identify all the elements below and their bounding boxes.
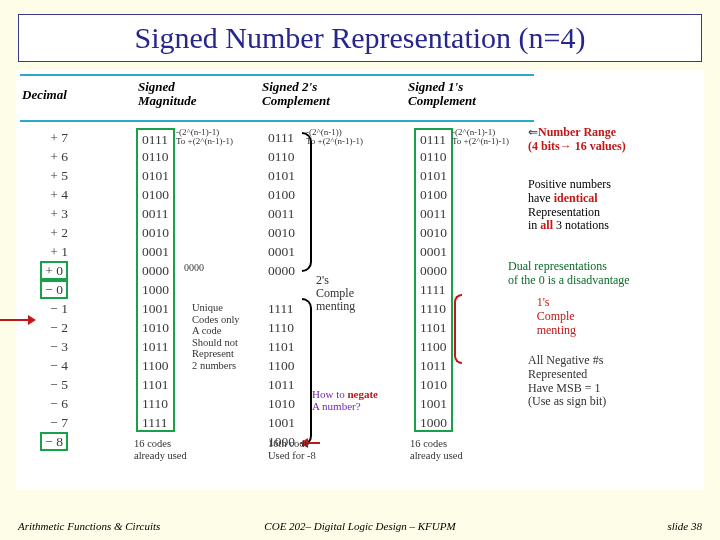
table-row: 1101 (268, 337, 295, 356)
table-row: 1101 (136, 375, 175, 394)
table-row: + 4 (26, 185, 68, 204)
table-row: 1111 (414, 280, 453, 299)
col-header-1c: Signed 1'sComplement (408, 80, 476, 109)
table-row (268, 280, 295, 299)
range-1c: -(2^(n-1)-1)To +(2^(n-1)-1) (452, 128, 509, 147)
table-row: − 7 (26, 413, 68, 432)
table-row: + 5 (26, 166, 68, 185)
annot-number-range: ⇐Number Range (4 bits→ 16 values) (528, 126, 698, 154)
table-row: 0010 (136, 223, 175, 242)
table-row: 1011 (414, 356, 453, 375)
table-row: 0001 (136, 242, 175, 261)
col-twos-complement: 0111011001010100001100100001000011111110… (268, 128, 295, 451)
note-2c-bottom: 16th code Used for -8 (268, 438, 316, 461)
range-2c: -(2^(n-1))To +(2^(n-1)-1) (306, 128, 363, 147)
table-row: 0111 (414, 128, 453, 147)
col-header-decimal: Decimal (22, 88, 67, 102)
table-row: 0000 (136, 261, 175, 280)
table-row: 0101 (414, 166, 453, 185)
annot-1s: 1's Comple menting (537, 296, 576, 337)
col-ones-complement: 0111011001010100001100100001000011111110… (414, 128, 453, 432)
table-row: 0101 (268, 166, 295, 185)
table-row: 0101 (136, 166, 175, 185)
col-signed-magnitude: 0111011001010100001100100001000010001001… (136, 128, 175, 432)
table-row: 1011 (136, 337, 175, 356)
brace-2c-top (302, 132, 312, 272)
header-row: Decimal SignedMagnitude Signed 2'sComple… (16, 76, 704, 120)
table-row: − 3 (26, 337, 68, 356)
table-row: 0001 (414, 242, 453, 261)
table-row: 0010 (268, 223, 295, 242)
table-row: 1111 (268, 299, 295, 318)
table-row: 0110 (136, 147, 175, 166)
annot-msb: All Negative #s Represented Have MSB = 1… (528, 354, 698, 409)
table-row: + 1 (26, 242, 68, 261)
table-row: 1100 (268, 356, 295, 375)
table-row: 0011 (268, 204, 295, 223)
brace-2c-bot (302, 298, 312, 446)
table-row: 1111 (136, 413, 175, 432)
header-rule-bot (20, 120, 534, 122)
note-negate: How to negateA number? (312, 388, 378, 412)
table-row: 1011 (268, 375, 295, 394)
col-header-signed-mag: SignedMagnitude (138, 80, 197, 109)
table-row: 1010 (414, 375, 453, 394)
note-1c-bottom: 16 codes already used (410, 438, 463, 461)
col-header-2c: Signed 2'sComplement (262, 80, 330, 109)
table-row: 0000 (268, 261, 295, 280)
sm-zero-label: 0000 (184, 263, 204, 274)
table-row: 1110 (414, 299, 453, 318)
table-row: 1100 (414, 337, 453, 356)
table-row: 1000 (136, 280, 175, 299)
table-row: 1000 (414, 413, 453, 432)
table-row: 0001 (268, 242, 295, 261)
annot-2s: 2's Comple menting (316, 274, 355, 314)
note-sm-bottom: 16 codes already used (134, 438, 187, 461)
table-row: + 6 (26, 147, 68, 166)
annot-positive: Positive numbers have identical Represen… (528, 178, 698, 233)
table-row: − 5 (26, 375, 68, 394)
table-row: + 7 (26, 128, 68, 147)
table-row: − 4 (26, 356, 68, 375)
table-row: 1110 (268, 318, 295, 337)
table-row: 1101 (414, 318, 453, 337)
table-row: 1001 (414, 394, 453, 413)
table-row: 0010 (414, 223, 453, 242)
table-row: 1001 (136, 299, 175, 318)
table-row: + 2 (26, 223, 68, 242)
table-row: 0100 (136, 185, 175, 204)
table-row: 0100 (268, 185, 295, 204)
range-sm: -(2^(n-1)-1)To +(2^(n-1)-1) (176, 128, 233, 147)
annot-dual: Dual representationsof the 0 is a disadv… (508, 260, 698, 288)
table-row: 1010 (268, 394, 295, 413)
title-box: Signed Number Representation (n=4) (18, 14, 702, 62)
footer-right: slide 38 (667, 520, 702, 532)
col-decimal: + 7+ 6+ 5+ 4+ 3+ 2+ 1+ 0− 0− 1− 2− 3− 4−… (26, 128, 68, 451)
table-content: Decimal SignedMagnitude Signed 2'sComple… (16, 70, 704, 490)
table-row: + 3 (26, 204, 68, 223)
footer: Arithmetic Functions & Circuits COE 202–… (0, 516, 720, 540)
table-row: 1010 (136, 318, 175, 337)
table-row: − 0 (26, 280, 68, 299)
table-row: 0110 (414, 147, 453, 166)
table-row: 0000 (414, 261, 453, 280)
table-row: + 0 (26, 261, 68, 280)
table-row: 0011 (136, 204, 175, 223)
table-row: − 6 (26, 394, 68, 413)
note-unique: Unique Codes only A code Should not Repr… (192, 302, 240, 371)
table-row: 0111 (136, 128, 175, 147)
table-row: 0100 (414, 185, 453, 204)
table-row: 1100 (136, 356, 175, 375)
table-row: 0111 (268, 128, 295, 147)
page-title: Signed Number Representation (n=4) (29, 21, 691, 55)
table-row: 0110 (268, 147, 295, 166)
footer-center: COE 202– Digital Logic Design – KFUPM (0, 520, 720, 532)
table-row: 1001 (268, 413, 295, 432)
table-row: 1110 (136, 394, 175, 413)
table-row: 0011 (414, 204, 453, 223)
table-row: − 8 (26, 432, 68, 451)
brace-1s (454, 294, 462, 364)
arrow-neg1 (0, 319, 34, 321)
